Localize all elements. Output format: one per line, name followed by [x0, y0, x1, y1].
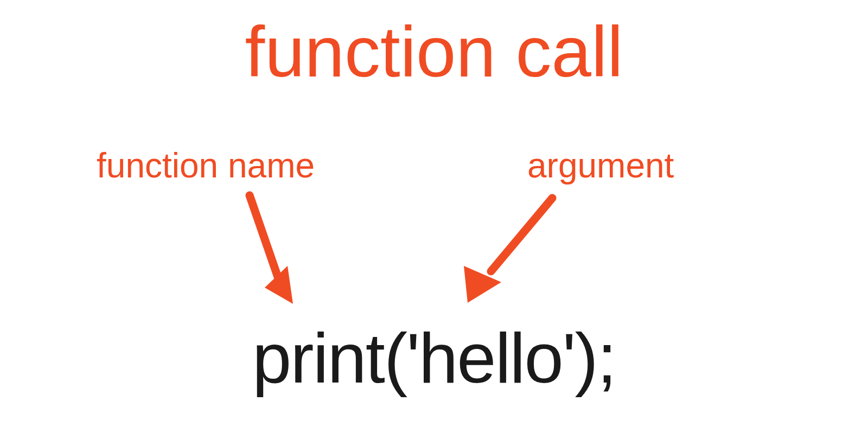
- arrow-function-name: [250, 195, 293, 304]
- svg-marker-5: [464, 266, 501, 303]
- code-example: print('hello');: [252, 317, 616, 399]
- diagram-title: function call: [245, 11, 623, 93]
- svg-line-4: [491, 198, 552, 271]
- label-function-name: function name: [97, 145, 315, 186]
- arrow-argument: [464, 198, 552, 303]
- label-argument: argument: [527, 145, 674, 186]
- svg-marker-3: [265, 266, 293, 304]
- svg-line-2: [250, 195, 278, 278]
